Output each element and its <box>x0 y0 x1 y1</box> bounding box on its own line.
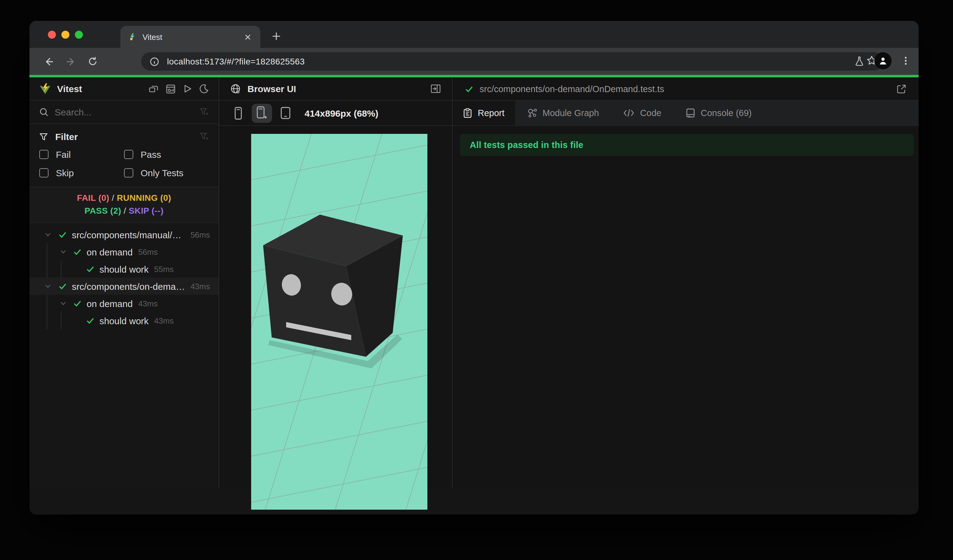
minimize-window-button[interactable] <box>61 31 69 39</box>
url-text: localhost:5173/#/?file=1828625563 <box>167 56 304 66</box>
device-phone-plus-icon[interactable] <box>252 104 272 123</box>
separator: / <box>124 206 126 216</box>
search-bar <box>29 101 219 124</box>
site-info-icon[interactable] <box>147 55 161 68</box>
tab-strip: Vitest <box>29 21 919 48</box>
separator: / <box>112 193 114 203</box>
vitest-logo <box>39 83 51 95</box>
checkbox-label: Fail <box>56 149 71 160</box>
running-count[interactable]: RUNNING (0) <box>117 193 171 203</box>
open-external-link-icon[interactable] <box>897 84 906 94</box>
test-duration: 43ms <box>138 299 158 308</box>
chevron-down-icon[interactable] <box>44 282 51 290</box>
windows-stack-icon[interactable] <box>149 84 158 94</box>
fail-count[interactable]: FAIL (0) <box>77 193 109 203</box>
clear-filter-icon[interactable] <box>200 132 209 141</box>
console-icon <box>686 108 695 118</box>
tab-label: Report <box>478 108 504 118</box>
tab-console[interactable]: Console (69) <box>674 101 764 125</box>
chevron-down-icon[interactable] <box>44 231 51 238</box>
pass-check-icon <box>73 299 82 308</box>
filter-funnel-icon <box>39 132 48 141</box>
filter-checkbox-fail[interactable]: Fail <box>39 149 124 160</box>
chevron-down-icon[interactable] <box>60 248 67 256</box>
tab-label: Module Graph <box>543 108 599 118</box>
checkbox-box[interactable] <box>124 150 133 159</box>
indent-guide <box>47 261 47 278</box>
checkbox-box[interactable] <box>124 168 133 177</box>
close-window-button[interactable] <box>48 31 56 39</box>
report-tab-bar: Report Module Graph Code <box>453 101 919 126</box>
test-file-row-selected[interactable]: src/components/on-dema… 43ms <box>29 278 219 295</box>
device-tablet-icon[interactable] <box>278 105 293 121</box>
checkbox-label: Only Tests <box>141 168 183 178</box>
checkbox-label: Skip <box>56 168 74 178</box>
macos-window-controls <box>48 31 83 39</box>
test-duration: 43ms <box>190 282 210 291</box>
filter-checkbox-only-tests[interactable]: Only Tests <box>124 168 209 178</box>
all-tests-passed-banner: All tests passed in this file <box>460 134 914 156</box>
profile-avatar[interactable] <box>874 52 892 70</box>
maximize-window-button[interactable] <box>75 31 83 39</box>
new-tab-button[interactable] <box>268 28 285 45</box>
skip-count[interactable]: SKIP (--) <box>129 206 164 216</box>
pass-check-icon <box>86 265 95 273</box>
tab-code[interactable]: Code <box>611 101 674 125</box>
checkbox-box[interactable] <box>39 168 48 177</box>
test-label: should work <box>99 264 149 274</box>
address-bar[interactable]: localhost:5173/#/?file=1828625563 <box>141 52 883 71</box>
tab-title: Vitest <box>143 32 242 42</box>
browser-menu-icon[interactable] <box>902 56 910 66</box>
filter-checkbox-skip[interactable]: Skip <box>39 168 124 178</box>
experiments-flask-icon[interactable] <box>854 56 865 66</box>
device-phone-small-icon[interactable] <box>230 105 246 121</box>
module-graph-icon <box>527 108 537 118</box>
tab-module-graph[interactable]: Module Graph <box>515 101 611 125</box>
browser-ui-panel: Browser UI 414x896px <box>219 78 452 487</box>
test-summary: FAIL (0) / RUNNING (0) PASS (2) / SKIP (… <box>29 187 219 223</box>
pass-check-icon <box>58 282 67 290</box>
test-case-row[interactable]: should work 55ms <box>29 261 219 278</box>
screenshot-stage: Vitest local <box>0 0 953 560</box>
test-suite-row[interactable]: on demand 43ms <box>29 295 219 312</box>
banner-text: All tests passed in this file <box>470 140 584 150</box>
pass-count[interactable]: PASS (2) <box>84 206 121 216</box>
sidebar: Vitest <box>29 78 219 487</box>
browser-tab[interactable]: Vitest <box>120 26 260 48</box>
search-icon <box>39 107 48 117</box>
dashboard-icon[interactable] <box>166 84 175 94</box>
tab-close-icon[interactable] <box>242 31 253 42</box>
report-content: All tests passed in this file <box>453 126 919 487</box>
indent-guide <box>47 243 47 261</box>
globe-icon <box>230 84 241 94</box>
browser-toolbar: localhost:5173/#/?file=1828625563 <box>29 48 919 75</box>
dock-panel-right-icon[interactable] <box>430 84 441 94</box>
test-tree: src/components/manual/… 56ms on demand 5… <box>29 223 219 487</box>
checkbox-box[interactable] <box>39 150 48 159</box>
test-viewport-iframe[interactable] <box>251 134 427 510</box>
filter-checkbox-pass[interactable]: Pass <box>124 149 209 160</box>
forward-button[interactable] <box>61 52 80 71</box>
test-label: on demand <box>87 298 133 309</box>
report-clipboard-icon <box>463 108 472 118</box>
test-file-row[interactable]: src/components/manual/… 56ms <box>29 226 219 243</box>
checkbox-label: Pass <box>141 149 161 160</box>
chevron-down-icon[interactable] <box>60 299 67 307</box>
back-button[interactable] <box>39 52 58 71</box>
search-input[interactable] <box>55 107 193 117</box>
browser-window: Vitest local <box>29 21 919 515</box>
tab-report[interactable]: Report <box>453 101 515 125</box>
test-case-row[interactable]: should work 43ms <box>29 312 219 329</box>
app-title: Vitest <box>57 84 149 94</box>
test-label: on demand <box>87 247 133 257</box>
dark-mode-moon-icon[interactable] <box>200 84 209 94</box>
browser-ui-header: Browser UI <box>219 78 452 101</box>
clear-search-filter-icon[interactable] <box>200 107 209 117</box>
vitest-favicon <box>128 32 137 42</box>
cube-3d-scene <box>251 134 427 510</box>
reload-button[interactable] <box>84 52 102 71</box>
pass-check-icon <box>86 316 95 325</box>
test-suite-row[interactable]: on demand 56ms <box>29 243 219 261</box>
run-all-play-icon[interactable] <box>183 84 192 94</box>
code-icon <box>624 109 635 117</box>
